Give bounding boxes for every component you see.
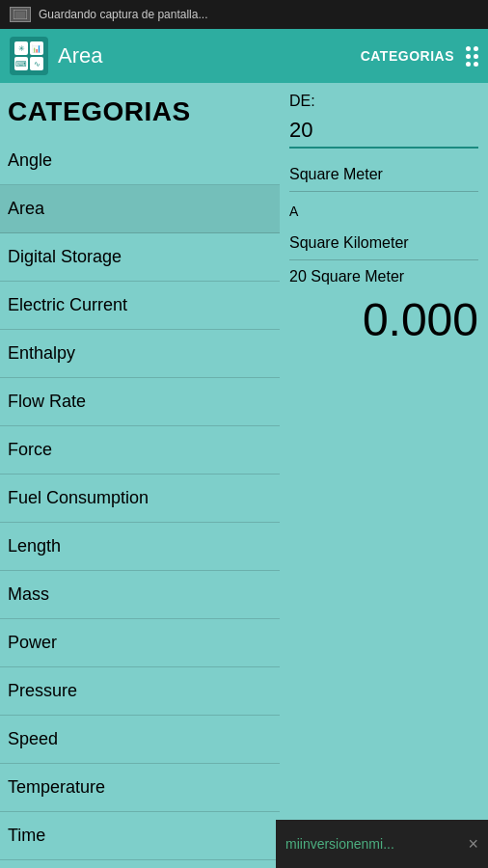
dot-4 xyxy=(474,54,478,59)
converter-from-value: 20 Square Meter xyxy=(289,268,478,285)
category-item-angle[interactable]: Angle xyxy=(0,137,280,185)
category-item-pressure[interactable]: Pressure xyxy=(0,667,280,716)
dot-6 xyxy=(474,62,478,67)
category-item-temperature[interactable]: Temperature xyxy=(0,764,280,812)
icon-cell-calc: ⌨ xyxy=(14,57,28,70)
left-panel: CATEGORIAS AngleAreaDigital StorageElect… xyxy=(0,83,280,868)
header-right: CATEGORIAS xyxy=(361,46,478,67)
app-header: ✳ 📊 ⌨ ∿ Area CATEGORIAS xyxy=(0,29,488,83)
status-bar: Guardando captura de pantalla... xyxy=(0,0,488,29)
category-item-area[interactable]: Area xyxy=(0,185,280,233)
categories-list: AngleAreaDigital StorageElectric Current… xyxy=(0,137,280,868)
de-label: DE: xyxy=(289,93,478,110)
dot-3 xyxy=(466,54,471,59)
converter-result: 0.000 xyxy=(289,293,478,346)
category-item-enthalpy[interactable]: Enthalpy xyxy=(0,330,280,378)
converter-input[interactable] xyxy=(289,114,478,149)
converter-unit-to[interactable]: Square Kilometer xyxy=(289,227,478,260)
category-item-speed[interactable]: Speed xyxy=(0,716,280,764)
converter-to-label: A xyxy=(289,200,478,223)
right-panel: DE: Square Meter A Square Kilometer 20 S… xyxy=(280,83,488,868)
category-item-volume[interactable]: Volume xyxy=(0,860,280,868)
dot-2 xyxy=(474,46,478,51)
category-item-length[interactable]: Length xyxy=(0,523,280,571)
bottom-bar-text: miinversionenmi... xyxy=(285,836,394,852)
category-item-flow-rate[interactable]: Flow Rate xyxy=(0,378,280,426)
icon-cell-chart: 📊 xyxy=(30,41,43,55)
category-item-power[interactable]: Power xyxy=(0,619,280,667)
categories-heading: CATEGORIAS xyxy=(0,83,280,137)
dot-1 xyxy=(466,46,471,51)
header-left: ✳ 📊 ⌨ ∿ Area xyxy=(10,37,102,75)
app-icon: ✳ 📊 ⌨ ∿ xyxy=(10,37,48,75)
icon-cell-wave: ∿ xyxy=(30,57,43,70)
category-item-force[interactable]: Force xyxy=(0,426,280,475)
bottom-bar-close-button[interactable]: × xyxy=(468,834,478,854)
screenshot-icon xyxy=(10,7,31,22)
status-bar-text: Guardando captura de pantalla... xyxy=(39,8,207,21)
app-title: Area xyxy=(58,43,102,68)
category-item-digital-storage[interactable]: Digital Storage xyxy=(0,233,280,282)
converter-unit-from[interactable]: Square Meter xyxy=(289,158,478,192)
dot-5 xyxy=(466,62,471,67)
icon-cell-sun: ✳ xyxy=(14,41,28,55)
svg-rect-1 xyxy=(15,12,25,18)
header-categorias-button[interactable]: CATEGORIAS xyxy=(361,48,454,64)
category-item-electric-current[interactable]: Electric Current xyxy=(0,282,280,330)
category-item-fuel-consumption[interactable]: Fuel Consumption xyxy=(0,475,280,523)
bottom-bar: miinversionenmi... × xyxy=(276,820,488,868)
category-item-time[interactable]: Time xyxy=(0,812,280,860)
main-content: CATEGORIAS AngleAreaDigital StorageElect… xyxy=(0,83,488,868)
category-item-mass[interactable]: Mass xyxy=(0,571,280,619)
header-menu-button[interactable] xyxy=(466,46,478,67)
